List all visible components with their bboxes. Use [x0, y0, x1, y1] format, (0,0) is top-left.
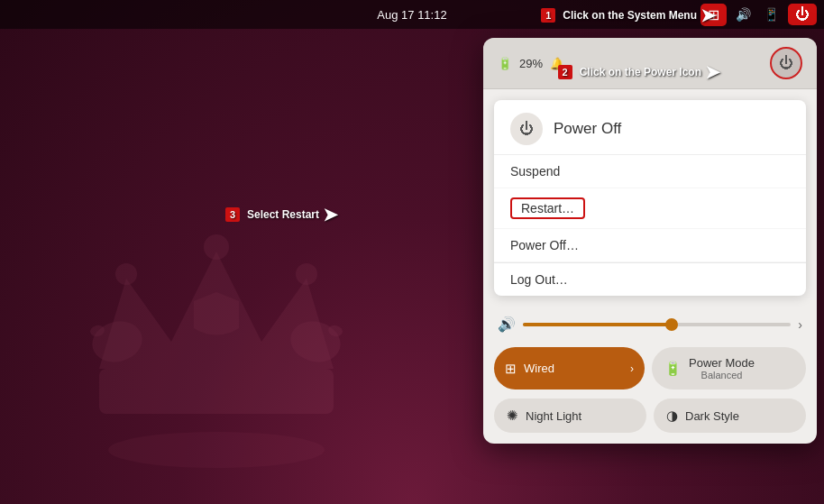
power-button[interactable]: ⏻ — [770, 47, 802, 79]
battery-icon: 🔋 — [498, 57, 512, 70]
poweroff-header: ⏻ Power Off — [494, 100, 806, 155]
volume-expand-arrow[interactable]: › — [798, 317, 802, 332]
power-mode-icon: 🔋 — [664, 361, 682, 377]
svg-point-4 — [204, 234, 229, 260]
instruction-3: 3 Select Restart ➤ — [225, 204, 338, 225]
power-mode-sub: Balanced — [689, 370, 755, 380]
datetime-label: Aug 17 11:12 — [377, 8, 446, 22]
volume-row: 🔊 › — [483, 307, 817, 342]
step1-text: Click on the System Menu — [563, 9, 697, 22]
poweroff-item[interactable]: Power Off… — [494, 229, 806, 262]
svg-point-5 — [296, 263, 317, 285]
night-light-icon: ✺ — [507, 408, 518, 424]
power-mode-text: Power Mode Balanced — [689, 356, 755, 380]
suspend-item[interactable]: Suspend — [494, 155, 806, 188]
topbar-datetime: Aug 17 11:12 — [377, 8, 446, 22]
desktop: Aug 17 11:12 ⊞ 🔊 📱 ⏻ 1 Click on the Syst… — [0, 0, 824, 504]
logout-item[interactable]: Log Out… — [494, 262, 806, 296]
wired-label: Wired — [524, 362, 554, 375]
poweroff-title: Power Off — [554, 120, 621, 138]
svg-point-0 — [108, 432, 325, 468]
quick-row-1: ⊞ Wired › 🔋 Power Mode Balanced — [483, 342, 817, 399]
svg-rect-1 — [99, 369, 334, 414]
poweroff-icon-circle: ⏻ — [510, 113, 543, 145]
instruction-1: 1 Click on the System Menu ➤ — [541, 5, 716, 26]
volume-fill — [523, 323, 671, 326]
dark-style-icon: ◑ — [666, 408, 678, 424]
battery-pct: 29% — [519, 57, 543, 70]
poweroff-label: Power Off… — [510, 238, 579, 252]
logout-label: Log Out… — [510, 272, 568, 287]
restart-label: Restart… — [510, 197, 585, 219]
volume-icon[interactable]: 🔊 — [732, 5, 755, 23]
suspend-label: Suspend — [510, 164, 560, 179]
dark-style-label: Dark Style — [685, 409, 739, 423]
dark-style-button[interactable]: ◑ Dark Style — [654, 399, 806, 433]
instruction-2: 2 Click on the Power Icon ➤ — [558, 61, 720, 83]
power-mode-button[interactable]: 🔋 Power Mode Balanced — [652, 347, 806, 389]
step1-num: 1 — [541, 8, 555, 23]
step3-text: Select Restart — [247, 208, 319, 221]
wired-icon: ⊞ — [505, 361, 517, 377]
quick-row-2: ✺ Night Light ◑ Dark Style — [483, 399, 817, 444]
step3-arrow: ➤ — [323, 204, 338, 225]
night-light-button[interactable]: ✺ Night Light — [494, 399, 646, 433]
volume-icon-panel: 🔊 — [498, 316, 516, 333]
poweroff-icon: ⏻ — [519, 121, 534, 137]
system-panel: 🔋 29% 🔔 ⏻ ⏻ Power Off Suspend Restart… — [483, 38, 817, 444]
topbar-right-icons: ⊞ 🔊 📱 ⏻ — [700, 0, 817, 29]
phone-icon[interactable]: 📱 — [760, 5, 783, 23]
wired-chevron: › — [630, 362, 634, 375]
poweroff-popup: ⏻ Power Off Suspend Restart… Power Off… … — [494, 100, 806, 296]
step3-num: 3 — [225, 207, 240, 222]
power-icon-topbar[interactable]: ⏻ — [788, 4, 817, 25]
step2-num: 2 — [558, 65, 572, 79]
volume-thumb[interactable] — [665, 318, 678, 331]
svg-point-3 — [115, 263, 137, 285]
night-light-label: Night Light — [526, 409, 581, 423]
panel-top-left: 🔋 29% 🔔 — [498, 57, 564, 70]
restart-item[interactable]: Restart… — [494, 188, 806, 229]
volume-slider[interactable] — [523, 323, 791, 326]
wired-button[interactable]: ⊞ Wired › — [494, 347, 645, 389]
step2-arrow: ➤ — [705, 61, 720, 83]
step2-text: Click on the Power Icon — [580, 66, 701, 78]
power-icon-panel: ⏻ — [779, 55, 793, 71]
step1-arrow: ➤ — [700, 5, 716, 26]
power-mode-label: Power Mode — [689, 356, 755, 370]
